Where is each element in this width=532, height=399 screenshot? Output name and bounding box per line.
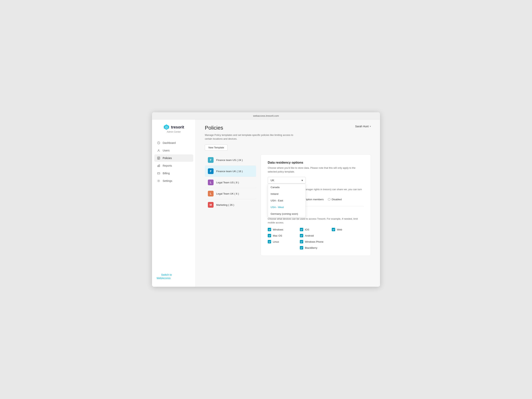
policy-name-legal-uk: Legal Team UK ( 6 ) xyxy=(216,192,239,195)
logo-text: tresorit xyxy=(171,125,184,129)
policy-item-marketing[interactable]: M Marketing ( 26 ) xyxy=(205,199,256,210)
radio-disabled-input[interactable] xyxy=(328,198,330,201)
svg-point-4 xyxy=(158,150,159,151)
sidebar-item-billing[interactable]: Billing xyxy=(154,170,193,177)
data-residency-title: Data residency options xyxy=(268,161,364,165)
billing-label: Billing xyxy=(163,172,170,175)
policy-name-finance-uk: Finance team UK ( 16 ) xyxy=(216,170,243,173)
reports-label: Reports xyxy=(163,164,172,167)
device-item-windows[interactable]: Windows xyxy=(268,228,300,231)
windows-phone-checkbox[interactable] xyxy=(300,240,303,243)
tresorit-logo-icon xyxy=(163,124,170,130)
data-residency-dropdown-wrapper: UK ▾ Canada Ireland USA - East USA - Wes… xyxy=(268,177,306,184)
new-template-button[interactable]: New Template xyxy=(205,144,228,151)
policy-item-legal-uk[interactable]: L Legal Team UK ( 6 ) xyxy=(205,188,256,199)
policies-label: Policies xyxy=(163,157,172,160)
billing-icon xyxy=(157,171,160,175)
device-item-windows-phone[interactable]: Windows Phone xyxy=(300,240,332,243)
policies-icon xyxy=(157,156,160,160)
browser-window: webaccess.tresorit.com tresorit Admin Ce… xyxy=(152,112,380,287)
device-item-macos[interactable]: Mac OS xyxy=(268,234,300,237)
device-label-windows-phone: Windows Phone xyxy=(305,240,323,243)
app-layout: tresorit Admin Center Dashboard xyxy=(152,120,380,287)
policy-avatar-legal-uk: L xyxy=(208,191,214,196)
chevron-down-icon: ▾ xyxy=(370,125,371,128)
user-name: Sarah Hunt xyxy=(355,125,369,128)
chevron-down-icon: ▾ xyxy=(302,179,303,182)
browser-address-bar: webaccess.tresorit.com xyxy=(152,112,380,120)
page-title: Policies xyxy=(205,125,223,131)
dropdown-option-canada[interactable]: Canada xyxy=(268,184,305,190)
switch-to-webaccess-link[interactable]: Switch to WebAccess xyxy=(157,273,175,280)
data-residency-dropdown-menu: Canada Ireland USA - East USA - West Ger… xyxy=(268,184,306,217)
device-item-ios[interactable]: iOS xyxy=(300,228,332,231)
radio-disabled[interactable]: Disabled xyxy=(328,198,342,201)
device-label-windows: Windows xyxy=(273,228,283,231)
device-label-ios: iOS xyxy=(305,228,309,231)
reports-icon xyxy=(157,164,160,167)
logo-area: tresorit Admin Center xyxy=(152,124,196,139)
settings-label: Settings xyxy=(163,179,172,182)
svg-rect-12 xyxy=(158,172,160,174)
main-content: Policies Sarah Hunt ▾ Manage Policy temp… xyxy=(196,120,380,287)
detail-panel: Data residency options Choose where you'… xyxy=(261,154,371,256)
dashboard-label: Dashboard xyxy=(163,141,176,144)
svg-rect-10 xyxy=(158,165,159,167)
device-label-blackberry: BlackBerry xyxy=(305,247,317,249)
svg-point-14 xyxy=(158,180,159,181)
device-item-blackberry[interactable]: BlackBerry xyxy=(300,246,332,249)
radio-disabled-label: Disabled xyxy=(332,198,342,201)
sidebar-item-reports[interactable]: Reports xyxy=(154,162,193,169)
data-residency-dropdown[interactable]: UK ▾ xyxy=(268,177,306,184)
svg-rect-11 xyxy=(159,165,160,167)
dropdown-option-usa-east[interactable]: USA - East xyxy=(268,197,305,204)
android-checkbox[interactable] xyxy=(300,234,303,237)
policy-avatar-marketing: M xyxy=(208,202,214,208)
policy-item-finance-uk[interactable]: F Finance team UK ( 16 ) xyxy=(205,166,256,177)
sidebar-item-dashboard[interactable]: Dashboard xyxy=(154,139,193,146)
policy-avatar-finance-uk: F xyxy=(208,168,214,174)
svg-rect-9 xyxy=(158,165,158,167)
device-item-linux[interactable]: Linux xyxy=(268,240,300,243)
policy-avatar-legal-us: L xyxy=(208,180,214,185)
settings-icon xyxy=(157,179,160,183)
policy-item-finance-us[interactable]: F Finance team US ( 24 ) xyxy=(205,154,256,166)
sidebar-item-users[interactable]: Users xyxy=(154,147,193,154)
windows-checkbox[interactable] xyxy=(268,228,271,231)
device-label-macos: Mac OS xyxy=(273,234,282,237)
macos-checkbox[interactable] xyxy=(268,234,271,237)
ios-checkbox[interactable] xyxy=(300,228,303,231)
policy-avatar-finance-us: F xyxy=(208,157,214,163)
dropdown-option-usa-west[interactable]: USA - West xyxy=(268,204,305,210)
dropdown-selected-value: UK xyxy=(271,179,274,182)
dashboard-icon xyxy=(157,141,160,145)
device-item-web[interactable]: Web xyxy=(332,228,364,231)
policy-name-legal-us: Legal Team US ( 8 ) xyxy=(216,181,239,184)
dropdown-option-ireland[interactable]: Ireland xyxy=(268,190,305,197)
logo-row: tresorit xyxy=(163,124,184,130)
blackberry-checkbox[interactable] xyxy=(300,246,303,249)
top-bar: Policies Sarah Hunt ▾ xyxy=(196,120,380,131)
browser-url: webaccess.tresorit.com xyxy=(253,114,279,117)
sidebar-item-settings[interactable]: Settings xyxy=(154,177,193,184)
device-label-linux: Linux xyxy=(273,240,279,243)
device-item-android[interactable]: Android xyxy=(300,234,332,237)
users-label: Users xyxy=(163,149,170,152)
dropdown-option-germany[interactable]: Germany (coming soon) xyxy=(268,210,305,217)
linux-checkbox[interactable] xyxy=(268,240,271,243)
admin-center-label: Admin Center xyxy=(167,131,181,133)
data-residency-section: Data residency options Choose where you'… xyxy=(268,161,364,201)
sidebar-item-policies[interactable]: Policies xyxy=(154,154,193,162)
device-label-web: Web xyxy=(337,228,342,231)
content-area: F Finance team US ( 24 ) F Finance team … xyxy=(196,154,380,265)
data-residency-desc: Choose where you'd like to store data. P… xyxy=(268,166,363,173)
page-description: Manage Policy templates and set template… xyxy=(196,131,310,141)
device-label-android: Android xyxy=(305,234,314,237)
users-icon xyxy=(157,149,160,152)
user-menu[interactable]: Sarah Hunt ▾ xyxy=(355,125,371,128)
allowed-devices-desc: Choose what devices can be used to acces… xyxy=(268,217,363,224)
web-checkbox[interactable] xyxy=(332,228,335,231)
policy-name-finance-us: Finance team US ( 24 ) xyxy=(216,159,243,162)
policy-item-legal-us[interactable]: L Legal Team US ( 8 ) xyxy=(205,177,256,188)
sidebar: tresorit Admin Center Dashboard xyxy=(152,120,196,287)
